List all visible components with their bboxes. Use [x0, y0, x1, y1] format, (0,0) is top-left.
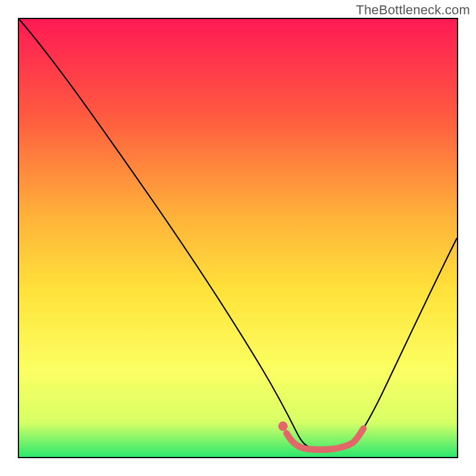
plot-area: [18, 18, 458, 458]
chart-svg: [19, 19, 457, 457]
highlight-start-marker: [278, 421, 288, 431]
gradient-background: [19, 19, 457, 457]
chart-container: TheBottleneck.com: [0, 0, 476, 476]
watermark-text: TheBottleneck.com: [356, 2, 470, 18]
